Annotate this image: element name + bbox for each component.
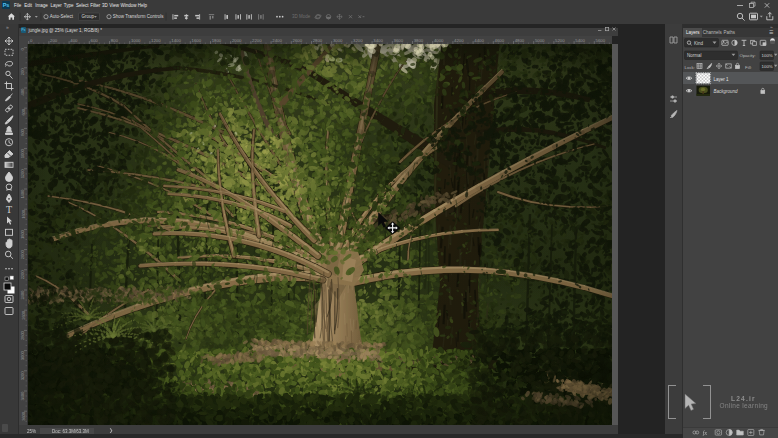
svg-text:400: 400 bbox=[70, 38, 78, 43]
svg-text:4600: 4600 bbox=[495, 38, 505, 43]
svg-text:2400: 2400 bbox=[272, 38, 282, 43]
svg-text:2400: 2400 bbox=[21, 290, 26, 300]
svg-text:1400: 1400 bbox=[21, 189, 26, 199]
svg-text:4800: 4800 bbox=[515, 38, 525, 43]
svg-text:3400: 3400 bbox=[373, 38, 383, 43]
svg-text:2200: 2200 bbox=[252, 38, 262, 43]
svg-text:3D Mode: 3D Mode bbox=[292, 14, 311, 19]
svg-text:0: 0 bbox=[30, 38, 33, 43]
svg-text:Opacity:: Opacity: bbox=[740, 53, 756, 58]
svg-text:Group: Group bbox=[82, 14, 95, 19]
svg-text:1000: 1000 bbox=[21, 149, 26, 159]
svg-text:1200: 1200 bbox=[151, 38, 161, 43]
svg-text:2600: 2600 bbox=[293, 38, 303, 43]
svg-text:Layer 1: Layer 1 bbox=[714, 76, 730, 81]
svg-text:5200: 5200 bbox=[555, 38, 565, 43]
svg-text:5400: 5400 bbox=[575, 38, 585, 43]
svg-text:3200: 3200 bbox=[21, 371, 26, 381]
svg-text:Fill:: Fill: bbox=[745, 65, 752, 70]
svg-text:Lock:: Lock: bbox=[685, 65, 696, 70]
svg-text:1800: 1800 bbox=[212, 38, 222, 43]
svg-text:3600: 3600 bbox=[21, 411, 26, 421]
svg-text:2600: 2600 bbox=[21, 310, 26, 320]
svg-text:1000: 1000 bbox=[131, 38, 141, 43]
svg-text:Background: Background bbox=[714, 89, 739, 94]
svg-text:1600: 1600 bbox=[21, 209, 26, 219]
svg-text:600: 600 bbox=[21, 108, 26, 115]
svg-text:3800: 3800 bbox=[414, 38, 424, 43]
svg-text:200: 200 bbox=[50, 38, 58, 43]
svg-text:»: » bbox=[6, 24, 9, 30]
svg-text:1600: 1600 bbox=[192, 38, 202, 43]
svg-text:2000: 2000 bbox=[232, 38, 242, 43]
svg-text:3400: 3400 bbox=[21, 391, 26, 401]
svg-text:3600: 3600 bbox=[394, 38, 404, 43]
svg-text:100%: 100% bbox=[762, 53, 773, 58]
svg-text:2200: 2200 bbox=[21, 270, 26, 280]
svg-text:1800: 1800 bbox=[21, 229, 26, 239]
svg-text:100%: 100% bbox=[762, 64, 773, 69]
svg-text:1200: 1200 bbox=[21, 169, 26, 179]
svg-text:0: 0 bbox=[21, 48, 26, 51]
svg-text:Kind: Kind bbox=[694, 41, 704, 46]
svg-text:4000: 4000 bbox=[434, 38, 444, 43]
svg-text:fx: fx bbox=[703, 430, 708, 436]
svg-text:5600: 5600 bbox=[596, 38, 606, 43]
svg-text:3000: 3000 bbox=[333, 38, 343, 43]
svg-text:2800: 2800 bbox=[21, 330, 26, 340]
svg-text:200: 200 bbox=[21, 68, 26, 75]
svg-text:5000: 5000 bbox=[535, 38, 545, 43]
svg-text:800: 800 bbox=[21, 128, 26, 135]
svg-text:2000: 2000 bbox=[21, 250, 26, 260]
svg-text:3200: 3200 bbox=[353, 38, 363, 43]
svg-text:Normal: Normal bbox=[687, 53, 702, 58]
svg-text:1400: 1400 bbox=[171, 38, 181, 43]
svg-text:Show Transform Controls: Show Transform Controls bbox=[113, 14, 165, 19]
svg-text:4400: 4400 bbox=[474, 38, 484, 43]
svg-text:3000: 3000 bbox=[21, 351, 26, 361]
svg-text:800: 800 bbox=[111, 38, 119, 43]
svg-text:4200: 4200 bbox=[454, 38, 464, 43]
svg-text:T: T bbox=[6, 204, 12, 215]
svg-text:Auto-Select: Auto-Select bbox=[50, 14, 74, 19]
svg-text:2800: 2800 bbox=[313, 38, 323, 43]
svg-text:600: 600 bbox=[91, 38, 99, 43]
svg-text:400: 400 bbox=[21, 88, 26, 95]
